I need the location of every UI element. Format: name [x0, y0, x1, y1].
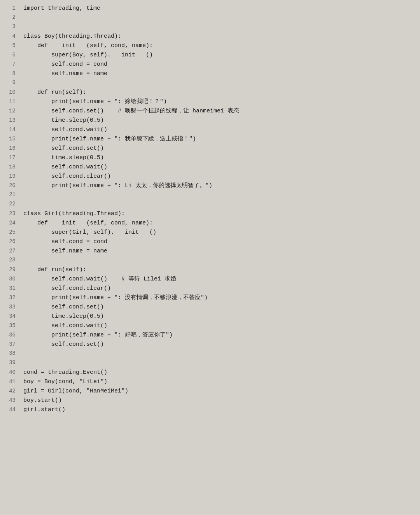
code-line: 39: [0, 359, 420, 368]
line-number: 26: [4, 238, 16, 246]
line-number: 24: [4, 219, 16, 228]
line-content: self.name = name: [23, 247, 107, 256]
line-number: 25: [4, 228, 16, 237]
line-number: 39: [4, 359, 16, 367]
code-line: 16 self.cond.set(): [0, 144, 420, 153]
code-editor: 1import threading, time234class Boy(thre…: [0, 0, 420, 419]
code-line: 42girl = Girl(cond, "HanMeiMei"): [0, 387, 420, 396]
line-number: 37: [4, 340, 16, 349]
line-number: 4: [4, 32, 16, 41]
line-number: 10: [4, 88, 16, 97]
line-number: 27: [4, 247, 16, 256]
code-line: 30 self.cond.wait() # 等待 Lilei 求婚: [0, 275, 420, 284]
line-content: time.sleep(0.5): [23, 153, 104, 162]
line-content: self.cond.set(): [23, 340, 104, 349]
line-number: 7: [4, 60, 16, 69]
code-line: 41boy = Boy(cond, "LiLei"): [0, 377, 420, 387]
line-number: 30: [4, 275, 16, 284]
line-content: def init (self, cond, name):: [23, 41, 153, 50]
line-number: 21: [4, 191, 16, 199]
line-number: 15: [4, 135, 16, 144]
line-content: self.name = name: [23, 69, 107, 78]
code-line: 20 print(self.name + ": Li 太太，你的选择太明智了。"…: [0, 181, 420, 191]
line-content: boy.start(): [23, 396, 62, 405]
code-line: 18 self.cond.wait(): [0, 163, 420, 172]
line-content: print(self.name + ": 好吧，答应你了"): [23, 331, 173, 340]
code-line: 26 self.cond = cond: [0, 237, 420, 247]
line-content: self.cond.wait(): [23, 125, 107, 134]
line-content: def run(self):: [23, 265, 86, 274]
line-number: 20: [4, 182, 16, 190]
code-line: 25 super(Girl, self). init (): [0, 228, 420, 237]
line-number: 3: [4, 23, 16, 31]
code-line: 4class Boy(threading.Thread):: [0, 32, 420, 41]
line-content: self.cond = cond: [23, 237, 107, 246]
line-content: self.cond.set(): [23, 303, 104, 312]
line-content: print(self.name + ": 没有情调，不够浪漫，不答应"): [23, 293, 208, 302]
code-line: 28: [0, 256, 420, 265]
line-content: self.cond.clear(): [23, 284, 111, 293]
line-content: self.cond.wait() # 等待 Lilei 求婚: [23, 275, 176, 284]
code-line: 40cond = threading.Event(): [0, 368, 420, 377]
code-line: 22: [0, 200, 420, 209]
line-content: time.sleep(0.5): [23, 312, 104, 321]
code-line: 10 def run(self):: [0, 88, 420, 97]
line-content: self.cond.set() # 唤醒一个挂起的线程，让 hanmeimei …: [23, 107, 239, 116]
line-content: import threading, time: [23, 4, 100, 13]
line-content: super(Boy, self). init (): [23, 51, 153, 60]
line-content: self.cond.set(): [23, 144, 104, 153]
line-content: print(self.name + ": Li 太太，你的选择太明智了。"): [23, 181, 212, 190]
line-content: self.cond = cond: [23, 60, 107, 69]
line-number: 13: [4, 116, 16, 125]
line-number: 42: [4, 387, 16, 396]
code-line: 14 self.cond.wait(): [0, 125, 420, 135]
code-line: 12 self.cond.set() # 唤醒一个挂起的线程，让 hanmeim…: [0, 107, 420, 116]
line-number: 40: [4, 368, 16, 377]
line-number: 9: [4, 79, 16, 87]
code-line: 17 time.sleep(0.5): [0, 153, 420, 163]
line-number: 44: [4, 406, 16, 414]
line-number: 28: [4, 256, 16, 265]
line-content: time.sleep(0.5): [23, 116, 104, 125]
line-content: cond = threading.Event(): [23, 368, 107, 377]
line-number: 11: [4, 98, 16, 106]
line-content: def run(self):: [23, 88, 86, 97]
line-content: def init (self, cond, name):: [23, 219, 153, 228]
line-number: 1: [4, 4, 16, 13]
line-number: 16: [4, 144, 16, 153]
code-line: 1import threading, time: [0, 4, 420, 13]
line-number: 6: [4, 51, 16, 60]
line-number: 43: [4, 396, 16, 405]
code-line: 33 self.cond.set(): [0, 303, 420, 312]
line-content: girl = Girl(cond, "HanMeiMei"): [23, 387, 128, 396]
line-number: 32: [4, 294, 16, 302]
line-content: self.cond.wait(): [23, 321, 107, 330]
line-content: super(Girl, self). init (): [23, 228, 156, 237]
line-content: self.cond.wait(): [23, 163, 107, 172]
code-line: 27 self.name = name: [0, 247, 420, 256]
line-content: self.cond.clear(): [23, 172, 111, 181]
line-number: 18: [4, 163, 16, 172]
code-line: 2: [0, 13, 420, 23]
code-line: 21: [0, 191, 420, 200]
line-number: 5: [4, 42, 16, 50]
code-line: 37 self.cond.set(): [0, 340, 420, 349]
code-line: 43boy.start(): [0, 396, 420, 405]
code-line: 32 print(self.name + ": 没有情调，不够浪漫，不答应"): [0, 293, 420, 303]
code-line: 38: [0, 349, 420, 359]
code-line: 29 def run(self):: [0, 265, 420, 275]
line-content: class Girl(threading.Thread):: [23, 209, 125, 218]
code-line: 19 self.cond.clear(): [0, 172, 420, 181]
code-line: 31 self.cond.clear(): [0, 284, 420, 293]
line-number: 22: [4, 200, 16, 208]
line-number: 17: [4, 154, 16, 162]
code-line: 36 print(self.name + ": 好吧，答应你了"): [0, 331, 420, 340]
line-number: 34: [4, 312, 16, 321]
line-content: boy = Boy(cond, "LiLei"): [23, 377, 107, 386]
code-line: 24 def init (self, cond, name):: [0, 219, 420, 228]
code-line: 7 self.cond = cond: [0, 60, 420, 69]
code-line: 11 print(self.name + ": 嫁给我吧！？"): [0, 97, 420, 107]
line-number: 23: [4, 210, 16, 218]
line-number: 35: [4, 322, 16, 330]
line-number: 36: [4, 331, 16, 340]
